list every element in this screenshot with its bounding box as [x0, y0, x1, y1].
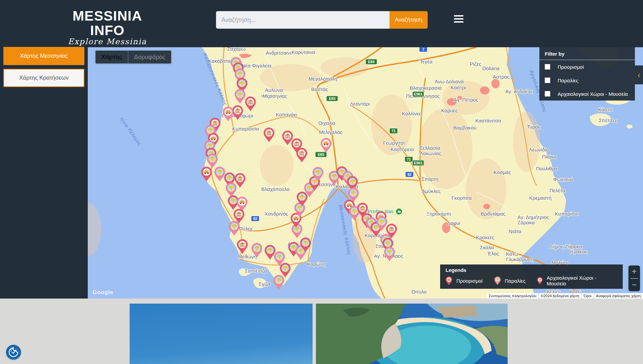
road-shield: Ε961 — [412, 160, 424, 166]
legends-title: Legends — [446, 267, 617, 273]
filter-option-museums[interactable]: Αρχαιολογικοί Χώροι - Μουσεία — [539, 87, 635, 101]
filter-option-label: Παραλίες — [558, 78, 578, 83]
sidebar-item-messinia-map[interactable]: Χάρτης Μεσσηνίας — [3, 47, 84, 65]
map-label: Βλαχόπουλο — [261, 186, 290, 192]
search-input[interactable] — [216, 11, 390, 29]
map-label: Τεγέα — [420, 59, 432, 64]
search-bar: Αναζήτηση — [216, 11, 428, 29]
map-label: Πελέτα — [550, 188, 565, 193]
road-shield: 82 — [251, 216, 259, 221]
legends-panel: Legends Προορισμοί Παραλίες — [440, 264, 623, 289]
road-shield: E65 — [315, 152, 327, 157]
map-type-map-button[interactable]: Χάρτης — [96, 51, 128, 63]
map-label: Πούλιθρα — [536, 166, 558, 171]
road-shield: 7 — [419, 47, 427, 52]
map-canvas[interactable]: ΖαχάρωΚακόβατοςΝέα ΦιγαλείαΑνδρίτσαιναΚα… — [88, 47, 643, 299]
map-label: Λεωνίδιο — [529, 147, 549, 152]
map-label: Σχίζα — [259, 281, 270, 287]
checkbox-beaches[interactable] — [545, 78, 550, 83]
map-type-satellite-button[interactable]: Δορυφόρος — [128, 51, 171, 63]
map-label: Πύλος — [239, 226, 253, 231]
map-label: Καρύταινα — [292, 49, 315, 55]
map-label: Καστρί — [451, 85, 466, 90]
map-label: Έλος — [487, 251, 499, 256]
svg-text:82: 82 — [253, 217, 257, 221]
map-label: Κρεμαστή — [529, 195, 552, 201]
map-label: Κολλίνες — [402, 111, 422, 116]
destination-pin-icon — [446, 276, 452, 285]
map-label: Βαμβακού — [453, 125, 476, 131]
map-label: Ανδρίτσαινα — [266, 50, 293, 56]
site-logo[interactable]: MESSINIA INFO Explore Messinia — [55, 9, 160, 46]
photo-sea-sky[interactable] — [130, 304, 313, 364]
museum-pin-icon — [537, 276, 543, 285]
map-label: Κάτω — [506, 251, 518, 257]
legend-label: Προορισμοί — [456, 278, 483, 284]
map-label: Γκορίτσα — [452, 195, 472, 201]
map-label: Λεοντάρι — [350, 101, 370, 107]
sidebar-item-bookings-map[interactable]: Χάρτης Κρατήσεων — [3, 69, 84, 87]
terms-link[interactable]: Όροι — [582, 293, 593, 299]
map-label: Άνω Δολιανά — [435, 79, 464, 84]
map-label: Μελιγαλάς — [319, 129, 342, 135]
map-label: Μεσσηνίας — [263, 93, 287, 99]
map-data-copyright: ©2024 Δεδομένα χάρτη — [539, 293, 581, 299]
report-map-error-link[interactable]: Αναφορά σφάλματος χάρτη — [594, 293, 643, 299]
keyboard-shortcuts-link[interactable]: Συντομεύσεις πληκτρολογίου — [487, 293, 538, 299]
hamburger-menu-icon[interactable] — [454, 15, 463, 24]
map-label: Αμύκλες — [422, 188, 441, 194]
map-label: Σκάλα — [480, 245, 494, 250]
cookie-settings-button[interactable] — [6, 345, 21, 360]
voidokilia-illustration — [316, 304, 508, 364]
map-label: Άστρος — [493, 74, 509, 80]
map-label: Δήμος Ζάρακα — [549, 244, 582, 249]
road-shield: 71 — [390, 128, 398, 134]
zoom-in-button[interactable]: + — [628, 265, 640, 278]
filter-option-label: Αρχαιολογικοί Χώροι - Μουσεία — [558, 91, 628, 97]
filter-option-destinations[interactable]: Προορισμοί — [539, 60, 635, 74]
checkbox-destinations[interactable] — [545, 64, 550, 69]
map-label: Τυρός — [527, 124, 540, 130]
legend-label: Παραλίες — [505, 278, 526, 284]
map-label: Σπέτσες — [599, 117, 617, 123]
map-label: Βλαχοκερασιά — [410, 85, 442, 91]
svg-text:71: 71 — [392, 129, 396, 133]
search-button[interactable]: Αναζήτηση — [390, 11, 428, 29]
header: MESSINIA INFO Explore Messinia Αναζήτηση — [0, 0, 643, 47]
map-label: Doliana — [482, 65, 500, 71]
map-label: Καρυές — [441, 108, 458, 113]
logo-subtitle: Explore Messinia — [55, 37, 160, 46]
map-label: Αυλώνα — [265, 87, 283, 93]
road-shield: Ε961 — [412, 91, 424, 97]
photo-voidokilia-beach[interactable] — [316, 304, 508, 364]
map-attribution: Συντομεύσεις πληκτρολογίου ©2024 Δεδομέν… — [487, 293, 643, 299]
legend-label: Αρχαιολογικοί Χώροι - Μουσεία — [547, 275, 606, 286]
road-shield: 71 — [405, 157, 413, 162]
svg-text:82: 82 — [407, 172, 411, 176]
road-shield: E65 — [326, 96, 338, 101]
page: MESSINIA INFO Explore Messinia Αναζήτηση… — [0, 0, 643, 364]
legend-item-beaches: Παραλίες — [494, 276, 526, 285]
logo-title: MESSINIA INFO — [55, 9, 160, 38]
zoom-out-button[interactable]: − — [628, 279, 640, 291]
map-label: Φωκιανό — [553, 176, 573, 182]
map-label: Αγ. Δημήτριος — [517, 214, 549, 220]
road-shield: E65 — [366, 59, 377, 64]
map-label: Κοσμάς — [493, 169, 511, 175]
map-label: Σπάρτη — [422, 176, 438, 182]
filter-collapse-chevron-icon[interactable]: ‹ — [635, 65, 643, 84]
cookie-icon — [8, 347, 19, 357]
filter-option-label: Προορισμοί — [558, 64, 584, 70]
map-type-control: Χάρτης Δορυφόρος — [96, 51, 171, 63]
map-label: Κροκεές — [476, 234, 494, 240]
zoom-control: + − — [628, 265, 640, 291]
map-label: Ζάρακα — [517, 220, 535, 225]
map-label: Σελλασία — [420, 145, 440, 151]
map-label: Οιτύλο — [411, 289, 427, 295]
road-shield: 82 — [405, 172, 413, 177]
checkbox-museums[interactable] — [545, 91, 550, 96]
google-logo: Google — [92, 289, 113, 296]
svg-text:E65: E65 — [318, 152, 324, 157]
filter-option-beaches[interactable]: Παραλίες — [539, 74, 635, 87]
mountain-poi-icon[interactable] — [396, 208, 402, 215]
